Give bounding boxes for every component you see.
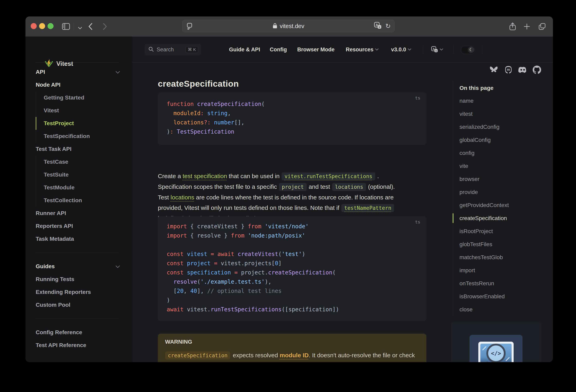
text-segment: . [376, 173, 379, 179]
inline-code-link[interactable]: testNamePattern [341, 204, 394, 212]
outline-item-vitest[interactable]: vitest [460, 107, 547, 120]
sidebar-item-test-api-reference[interactable]: Test API Reference [26, 339, 132, 352]
sidebar-item-getting-started[interactable]: Getting Started [36, 91, 132, 104]
inline-code-link[interactable]: vitest.runTestSpecifications [282, 172, 375, 180]
outline-item-createspecification[interactable]: createSpecification [460, 212, 547, 225]
sidebar-item-task-metadata[interactable]: Task Metadata [26, 233, 132, 245]
url-text[interactable]: vitest.dev [280, 23, 304, 30]
sidebar-item-label: Reporters API [36, 223, 73, 229]
nav-dropdown-version[interactable]: v3.0.0 [391, 46, 411, 53]
sidebar-item-testcollection[interactable]: TestCollection [36, 194, 132, 207]
sidebar-item-testsuite[interactable]: TestSuite [36, 168, 132, 181]
warning-body: createSpecification expects resolved mod… [165, 350, 419, 362]
sidebar-item-extending-reporters[interactable]: Extending Reporters [26, 286, 132, 299]
outline-item-ontestsrerun[interactable]: onTestsRerun [460, 277, 547, 290]
search-icon [148, 46, 154, 53]
sidebar-item-label: Node API [36, 82, 60, 88]
code-line: const specification = project.createSpec… [167, 268, 420, 277]
sidebar-item-label: Task Metadata [36, 236, 74, 242]
sidebar-item-testspecification[interactable]: TestSpecification [36, 130, 132, 143]
browser-titlebar: vitest.dev A x ↻ [26, 16, 553, 37]
theme-toggle[interactable]: ☾ [461, 46, 475, 54]
sidebar-item-label: Guides [36, 263, 55, 270]
sidebar-item-label: Runner API [36, 210, 66, 216]
sidebar-item-testmodule[interactable]: TestModule [36, 181, 132, 194]
sidebar-item-reporters-api[interactable]: Reporters API [26, 220, 132, 233]
outline-item-vite[interactable]: vite [460, 159, 547, 173]
outline-item-provide[interactable]: provide [460, 185, 547, 199]
code-line: await vitest.runTestSpecifications([spec… [167, 305, 420, 314]
outline-item-getprovidedcontext[interactable]: getProvidedContext [460, 199, 547, 212]
language-selector[interactable]: A x [431, 46, 443, 53]
outline-item-isrootproject[interactable]: isRootProject [460, 225, 547, 238]
minimize-window-button[interactable] [39, 23, 45, 29]
text-segment: expects resolved [231, 352, 280, 359]
code-line [167, 240, 420, 250]
sidebar-item-vitest[interactable]: Vitest [36, 104, 132, 117]
svg-text:x: x [379, 26, 380, 29]
zoom-window-button[interactable] [48, 23, 54, 29]
code-lines: import { createVitest } from 'vitest/nod… [167, 222, 420, 314]
share-icon[interactable] [508, 22, 518, 31]
sidebar-item-test-task-api[interactable]: Test Task API [26, 143, 132, 155]
new-tab-icon[interactable] [522, 22, 532, 31]
outline-item-config[interactable]: config [460, 147, 547, 159]
translate-icon[interactable]: A x [374, 22, 382, 30]
code-line: import { resolve } from 'node:path/posix… [167, 231, 420, 240]
bluesky-icon[interactable] [489, 65, 499, 75]
outline-item-serializedconfig[interactable]: serializedConfig [460, 120, 547, 133]
outline-item-globalconfig[interactable]: globalConfig [460, 133, 547, 147]
tab-overview-icon[interactable] [537, 22, 547, 31]
outline-item-isbrowserenabled[interactable]: isBrowserEnabled [460, 290, 547, 303]
inline-link[interactable]: locations [171, 194, 194, 201]
sidebar-item-label: Extending Reporters [36, 289, 91, 295]
text-segment: that can be used in [227, 173, 281, 179]
reload-icon[interactable]: ↻ [385, 23, 391, 29]
sidebar-item-testcase[interactable]: TestCase [36, 155, 132, 168]
outline-item-name[interactable]: name [460, 94, 547, 107]
sidebar-item-node-api[interactable]: Node API [26, 78, 132, 91]
outline-item-globtestfiles[interactable]: globTestFiles [460, 238, 547, 251]
nav-dropdown-resources[interactable]: Resources [346, 46, 379, 53]
sponsor-card[interactable]: </> [451, 322, 541, 362]
outline-item-close[interactable]: close [460, 303, 547, 316]
sidebar-item-custom-pool[interactable]: Custom Pool [26, 299, 132, 311]
address-bar[interactable]: vitest.dev A x ↻ [182, 20, 395, 32]
code-block-example: ts import { createVitest } from 'vitest/… [158, 216, 426, 321]
sidebar-item-api[interactable]: API [26, 66, 132, 78]
sidebar-item-running-tests[interactable]: Running Tests [26, 273, 132, 286]
discord-icon[interactable] [518, 65, 527, 75]
nav-link-guide-api[interactable]: Guide & API [229, 46, 260, 53]
sidebar-item-guides[interactable]: Guides [26, 260, 132, 273]
code-block-signature: ts function createSpecification( moduleI… [158, 92, 426, 145]
search-input[interactable]: Search ⌘ K [144, 44, 201, 55]
sidebar-item-testproject[interactable]: TestProject [36, 117, 132, 130]
code-line: locations?: number[], [167, 118, 420, 127]
sidebar-item-config-reference[interactable]: Config Reference [26, 326, 132, 339]
back-button[interactable] [86, 22, 95, 31]
inline-link[interactable]: module ID [280, 352, 309, 359]
on-this-page-title: On this page [460, 81, 547, 92]
forward-button[interactable] [100, 22, 110, 31]
sidebar-item-runner-api[interactable]: Runner API [26, 207, 132, 220]
mastodon-icon[interactable]: m [504, 65, 513, 75]
nav-link-config[interactable]: Config [270, 46, 287, 53]
warning-callout: WARNING createSpecification expects reso… [158, 334, 426, 362]
nav-dropdown-resources-label: Resources [346, 47, 374, 53]
screenshot-stage: vitest.dev A x ↻ [0, 0, 576, 392]
nav-link-browser-mode[interactable]: Browser Mode [297, 46, 335, 53]
code-lines: function createSpecification( moduleId: … [167, 99, 420, 136]
close-window-button[interactable] [31, 23, 37, 29]
outline-item-import[interactable]: import [460, 264, 547, 277]
site-navbar: Search ⌘ K Guide & API Config Browser Mo… [132, 36, 553, 62]
outline-item-browser[interactable]: browser [460, 173, 547, 185]
code-line: ) [167, 296, 420, 305]
text-segment: Create a [158, 173, 182, 179]
code-line: ): TestSpecification [167, 127, 420, 136]
outline-item-matchestestglob[interactable]: matchesTestGlob [460, 251, 547, 264]
sidebar-menu-chevron-icon[interactable] [75, 23, 85, 33]
sidebar-nav-list: APINode APIGetting StartedVitestTestProj… [26, 66, 132, 352]
inline-link[interactable]: test specification [182, 173, 227, 179]
github-icon[interactable] [532, 65, 542, 75]
sidebar-toggle-icon[interactable] [61, 22, 71, 31]
